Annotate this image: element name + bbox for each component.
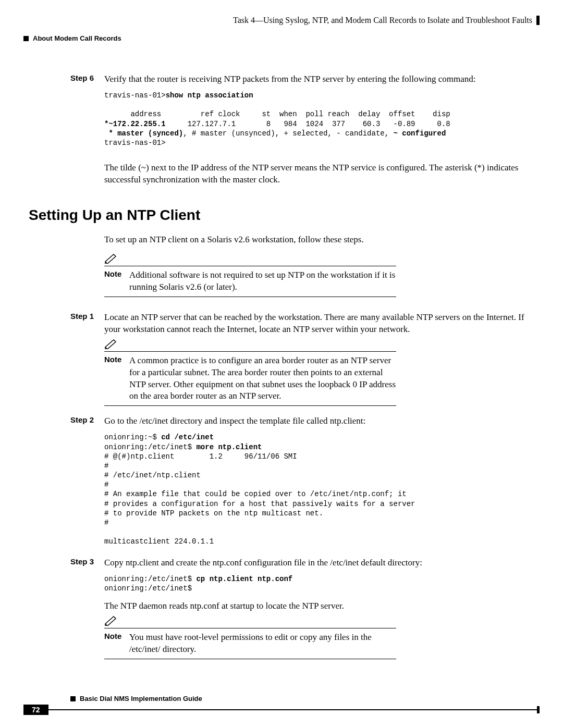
note-label: Note	[104, 269, 129, 293]
step-3: Step 3 Copy ntp.client and create the nt…	[23, 557, 540, 612]
step-6: Step 6 Verify that the router is receivi…	[23, 73, 540, 155]
header-section-title: About Modem Call Records	[33, 34, 121, 42]
section-heading: Setting Up an NTP Client	[29, 207, 540, 224]
step-body: Verify that the router is receiving NTP …	[104, 73, 540, 155]
header-chapter-title: Task 4—Using Syslog, NTP, and Modem Call…	[233, 16, 532, 25]
code-block: onionring:/etc/inet$ cp ntp.client ntp.c…	[104, 574, 540, 593]
note-text: A common practice is to configure an are…	[129, 355, 396, 403]
footer-square-icon	[70, 696, 76, 701]
note-block: Note Additional software is not required…	[104, 253, 540, 297]
pencil-icon	[104, 339, 118, 349]
note-block: Note You must have root-level permission…	[104, 615, 540, 659]
step-body: Copy ntp.client and create the ntp.conf …	[104, 557, 540, 612]
page-header: Task 4—Using Syslog, NTP, and Modem Call…	[23, 16, 540, 42]
header-bar-icon	[536, 16, 540, 25]
section-intro: To set up an NTP client on a Solaris v2.…	[104, 234, 540, 246]
page-footer: Basic Dial NMS Implementation Guide 72	[23, 695, 540, 715]
page-number: 72	[23, 705, 48, 715]
pencil-icon	[104, 253, 118, 264]
code-block: onionring:~$ cd /etc/inet onionring:/etc…	[104, 433, 540, 546]
note-text: You must have root-level permissions to …	[129, 632, 396, 656]
step-body: Go to the /etc/inet directory and inspec…	[104, 415, 540, 553]
note-block: Note A common practice is to configure a…	[104, 339, 540, 406]
step-2: Step 2 Go to the /etc/inet directory and…	[23, 415, 540, 553]
footer-rule	[48, 709, 537, 710]
step-label: Step 3	[70, 557, 104, 612]
step-body: Locate an NTP server that can be reached…	[104, 312, 540, 336]
step-label: Step 1	[70, 312, 104, 336]
note-label: Note	[104, 632, 129, 656]
document-page: Task 4—Using Syslog, NTP, and Modem Call…	[0, 0, 563, 724]
pencil-icon	[104, 615, 118, 626]
explanation-paragraph: The tilde (~) next to the IP address of …	[104, 162, 540, 186]
footer-tick-icon	[537, 706, 540, 713]
step-label: Step 6	[70, 73, 104, 155]
step-1: Step 1 Locate an NTP server that can be …	[23, 312, 540, 336]
footer-guide-title: Basic Dial NMS Implementation Guide	[80, 695, 202, 702]
step-label: Step 2	[70, 415, 104, 553]
note-label: Note	[104, 355, 129, 403]
code-block: travis-nas-01>show ntp association addre…	[104, 91, 540, 147]
header-square-icon	[23, 36, 29, 41]
explanation-paragraph: The NTP daemon reads ntp.conf at startup…	[104, 600, 540, 612]
note-text: Additional software is not required to s…	[129, 269, 396, 293]
